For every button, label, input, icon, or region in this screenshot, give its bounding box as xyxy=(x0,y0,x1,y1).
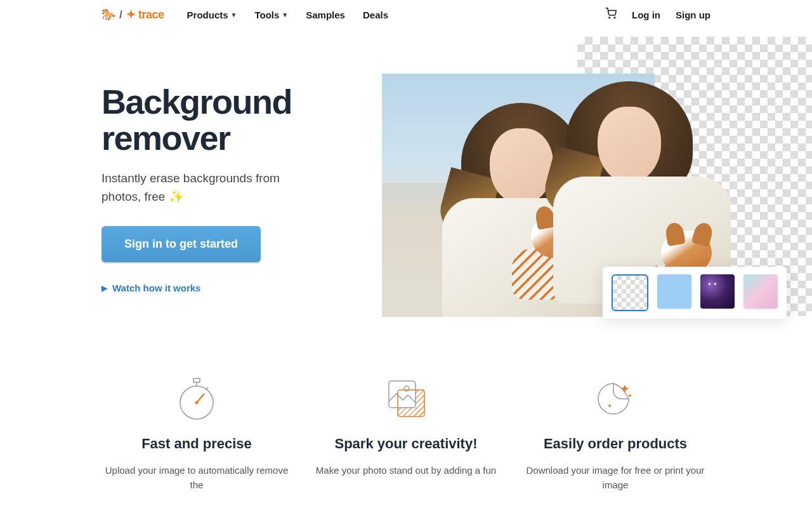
photo-layers-icon xyxy=(311,376,501,420)
nav: Products ▼ Tools ▼ Samples Deals xyxy=(187,10,388,20)
person-subject xyxy=(436,103,601,317)
chevron-down-icon: ▼ xyxy=(282,11,288,18)
header-right: Log in Sign up xyxy=(605,8,710,22)
feature-fast-desc: Upload your image to automatically remov… xyxy=(102,464,292,492)
feature-fast-title: Fast and precise xyxy=(102,436,292,452)
nav-samples-label: Samples xyxy=(306,10,345,20)
nav-samples[interactable]: Samples xyxy=(306,10,345,20)
background-picker xyxy=(603,267,787,319)
svg-rect-13 xyxy=(416,390,424,417)
nav-products-label: Products xyxy=(187,10,228,20)
chevron-down-icon: ▼ xyxy=(231,11,237,18)
feature-creativity: Spark your creativity! Make your photo s… xyxy=(311,376,501,492)
hero-image-area xyxy=(382,74,710,293)
login-link[interactable]: Log in xyxy=(632,10,660,20)
sparkle-icon: ✦ xyxy=(126,8,136,22)
header-left: 🐎 / ✦ trace Products ▼ Tools ▼ Samples D… xyxy=(102,8,388,22)
hero: Background remover Instantly erase backg… xyxy=(102,74,710,293)
nav-tools-label: Tools xyxy=(254,10,279,20)
svg-point-1 xyxy=(614,17,615,18)
nav-tools[interactable]: Tools ▼ xyxy=(254,10,288,20)
stopwatch-icon xyxy=(102,376,292,420)
svg-rect-3 xyxy=(193,378,200,382)
hero-content: Background remover Instantly erase backg… xyxy=(102,74,382,293)
feature-order-desc: Download your image for free or print yo… xyxy=(520,464,710,492)
svg-rect-8 xyxy=(389,381,416,408)
logo[interactable]: 🐎 / ✦ trace xyxy=(102,8,164,22)
svg-point-0 xyxy=(609,17,610,18)
play-icon: ▶ xyxy=(102,284,107,293)
logo-separator: / xyxy=(119,8,122,22)
bg-option-galaxy[interactable] xyxy=(700,274,735,309)
logo-text: trace xyxy=(138,8,164,22)
nav-deals[interactable]: Deals xyxy=(363,10,388,20)
feature-order: Easily order products Download your imag… xyxy=(520,376,710,492)
cart-icon[interactable] xyxy=(605,8,617,22)
watch-how-link[interactable]: ▶ Watch how it works xyxy=(102,283,382,293)
hero-subtitle: Instantly erase backgrounds from photos,… xyxy=(102,170,304,206)
feature-order-title: Easily order products xyxy=(520,436,710,452)
nav-products[interactable]: Products ▼ xyxy=(187,10,237,20)
signup-link[interactable]: Sign up xyxy=(676,10,710,20)
bg-option-blue[interactable] xyxy=(657,274,691,309)
svg-point-7 xyxy=(195,401,199,404)
feature-creativity-title: Spark your creativity! xyxy=(311,436,501,452)
sign-in-button[interactable]: Sign in to get started xyxy=(102,226,261,262)
svg-line-6 xyxy=(197,394,204,403)
features: Fast and precise Upload your image to au… xyxy=(102,376,710,492)
bg-option-pastel[interactable] xyxy=(743,274,778,309)
svg-point-9 xyxy=(404,386,409,391)
dog-subject xyxy=(512,214,588,303)
bg-option-transparent[interactable] xyxy=(612,274,648,311)
watch-how-label: Watch how it works xyxy=(112,283,200,293)
feature-fast: Fast and precise Upload your image to au… xyxy=(102,376,292,492)
feature-creativity-desc: Make your photo stand out by adding a fu… xyxy=(311,464,501,478)
horse-icon: 🐎 xyxy=(102,8,115,22)
sticker-sparkle-icon xyxy=(520,376,710,420)
hero-title: Background remover xyxy=(102,84,382,156)
header: 🐎 / ✦ trace Products ▼ Tools ▼ Samples D… xyxy=(102,0,710,29)
nav-deals-label: Deals xyxy=(363,10,388,20)
